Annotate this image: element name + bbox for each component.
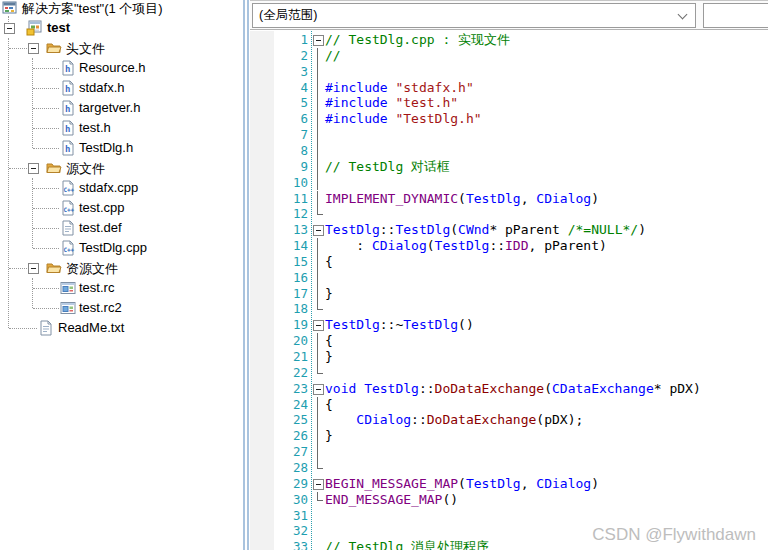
collapse-expander-icon[interactable] <box>4 23 15 34</box>
tree-item-solution-node[interactable]: 解决方案"test"(1 个项目) <box>0 0 243 18</box>
line-number: 3 <box>274 64 308 80</box>
fold-line-end <box>317 460 323 469</box>
code-line-28[interactable]: 28 <box>250 460 768 476</box>
cpp-icon: C++ <box>60 240 76 256</box>
tree-item-label: test.def <box>79 220 122 235</box>
tree-item-label: 解决方案"test"(1 个项目) <box>22 0 163 18</box>
code-line-21[interactable]: 21} <box>250 349 768 365</box>
code-line-16[interactable]: 16 <box>250 270 768 286</box>
line-number: 17 <box>274 286 308 302</box>
line-number: 18 <box>274 301 308 317</box>
code-line-10[interactable]: 10 <box>250 175 768 191</box>
fold-line <box>317 80 318 96</box>
scope-dropdown[interactable]: (全局范围) <box>252 3 696 28</box>
code-line-15[interactable]: 15{ <box>250 254 768 270</box>
h-icon: h <box>60 100 76 116</box>
tree-item-file-test-h[interactable]: htest.h <box>0 118 243 138</box>
code-text: : CDialog(TestDlg::IDD, pParent) <box>325 238 607 254</box>
collapse-expander-icon[interactable] <box>28 43 39 54</box>
fold-collapse-icon[interactable] <box>313 384 324 395</box>
tree-connector-line <box>33 68 59 69</box>
code-line-8[interactable]: 8 <box>250 143 768 159</box>
line-number: 5 <box>274 95 308 111</box>
tree-item-file-stdafx-cpp[interactable]: C++stdafx.cpp <box>0 178 243 198</box>
fold-collapse-icon[interactable] <box>313 225 324 236</box>
panel-splitter[interactable] <box>247 0 249 550</box>
code-line-23[interactable]: 23void TestDlg::DoDataExchange(CDataExch… <box>250 381 768 397</box>
fold-collapse-icon[interactable] <box>313 479 324 490</box>
fold-line-end <box>317 492 323 501</box>
code-line-29[interactable]: 29BEGIN_MESSAGE_MAP(TestDlg, CDialog) <box>250 476 768 492</box>
code-line-22[interactable]: 22 <box>250 365 768 381</box>
tree-item-file-readme-txt[interactable]: ReadMe.txt <box>0 318 243 338</box>
code-line-25[interactable]: 25 CDialog::DoDataExchange(pDX); <box>250 412 768 428</box>
fold-line <box>317 159 318 175</box>
code-line-3[interactable]: 3 <box>250 64 768 80</box>
member-dropdown[interactable] <box>703 3 768 28</box>
code-line-19[interactable]: 19TestDlg::~TestDlg() <box>250 317 768 333</box>
code-line-31[interactable]: 31 <box>250 508 768 524</box>
code-line-2[interactable]: 2// <box>250 48 768 64</box>
line-number: 1 <box>274 32 308 48</box>
line-number: 27 <box>274 444 308 460</box>
code-text: // TestDlg.cpp : 实现文件 <box>325 32 510 48</box>
tree-connector-line <box>33 128 59 129</box>
line-number: 16 <box>274 270 308 286</box>
code-line-4[interactable]: 4#include "stdafx.h" <box>250 80 768 96</box>
tree-item-file-targetver-h[interactable]: htargetver.h <box>0 98 243 118</box>
code-text: { <box>325 254 333 270</box>
code-line-24[interactable]: 24{ <box>250 397 768 413</box>
tree-item-file-test-rc[interactable]: test.rc <box>0 278 243 298</box>
collapse-expander-icon[interactable] <box>28 263 39 274</box>
tree-connector-line <box>33 108 59 109</box>
tree-item-project-test[interactable]: test <box>0 18 243 38</box>
code-line-30[interactable]: 30END_MESSAGE_MAP() <box>250 492 768 508</box>
svg-text:h: h <box>65 144 70 154</box>
tree-item-label: test.rc <box>79 280 114 295</box>
code-line-7[interactable]: 7 <box>250 127 768 143</box>
tree-item-file-stdafx-h[interactable]: hstdafx.h <box>0 78 243 98</box>
code-line-1[interactable]: 1// TestDlg.cpp : 实现文件 <box>250 32 768 48</box>
code-line-18[interactable]: 18 <box>250 301 768 317</box>
fold-line <box>317 143 318 159</box>
tree-item-folder-source-files[interactable]: 源文件 <box>0 158 243 178</box>
tree-item-file-test-rc2[interactable]: test.rc2 <box>0 298 243 318</box>
panel-splitter[interactable] <box>243 0 245 550</box>
tree-item-file-test-cpp[interactable]: C++test.cpp <box>0 198 243 218</box>
tree-item-file-test-def[interactable]: test.def <box>0 218 243 238</box>
fold-line <box>317 412 318 428</box>
line-number: 10 <box>274 175 308 191</box>
line-number: 21 <box>274 349 308 365</box>
code-line-17[interactable]: 17} <box>250 286 768 302</box>
tree-item-label: TestDlg.h <box>79 140 133 155</box>
code-line-20[interactable]: 20{ <box>250 333 768 349</box>
code-line-13[interactable]: 13TestDlg::TestDlg(CWnd* pParent /*=NULL… <box>250 222 768 238</box>
tree-item-file-resource-h[interactable]: hResource.h <box>0 58 243 78</box>
line-number: 24 <box>274 397 308 413</box>
code-line-11[interactable]: 11IMPLEMENT_DYNAMIC(TestDlg, CDialog) <box>250 191 768 207</box>
fold-line <box>317 349 318 365</box>
code-line-6[interactable]: 6#include "TestDlg.h" <box>250 111 768 127</box>
tree-connector-line <box>9 48 27 49</box>
tree-item-folder-header-files[interactable]: 头文件 <box>0 38 243 58</box>
fold-collapse-icon[interactable] <box>313 35 324 46</box>
fold-line <box>317 333 318 349</box>
collapse-expander-icon[interactable] <box>28 163 39 174</box>
folder-icon <box>46 40 62 56</box>
code-line-9[interactable]: 9// TestDlg 对话框 <box>250 159 768 175</box>
code-line-27[interactable]: 27 <box>250 444 768 460</box>
fold-line-end <box>317 365 323 374</box>
code-text: { <box>325 397 333 413</box>
code-line-26[interactable]: 26} <box>250 428 768 444</box>
code-line-5[interactable]: 5#include "test.h" <box>250 95 768 111</box>
fold-collapse-icon[interactable] <box>313 320 324 331</box>
code-line-14[interactable]: 14 : CDialog(TestDlg::IDD, pParent) <box>250 238 768 254</box>
folder-icon <box>46 260 62 276</box>
line-number: 8 <box>274 143 308 159</box>
code-editor[interactable]: 1// TestDlg.cpp : 实现文件2//34#include "std… <box>250 31 768 550</box>
tree-item-file-testdlg-cpp[interactable]: C++TestDlg.cpp <box>0 238 243 258</box>
tree-connector-line <box>33 248 59 249</box>
tree-item-file-testdlg-h[interactable]: hTestDlg.h <box>0 138 243 158</box>
code-line-12[interactable]: 12 <box>250 206 768 222</box>
tree-item-folder-resource-files[interactable]: 资源文件 <box>0 258 243 278</box>
